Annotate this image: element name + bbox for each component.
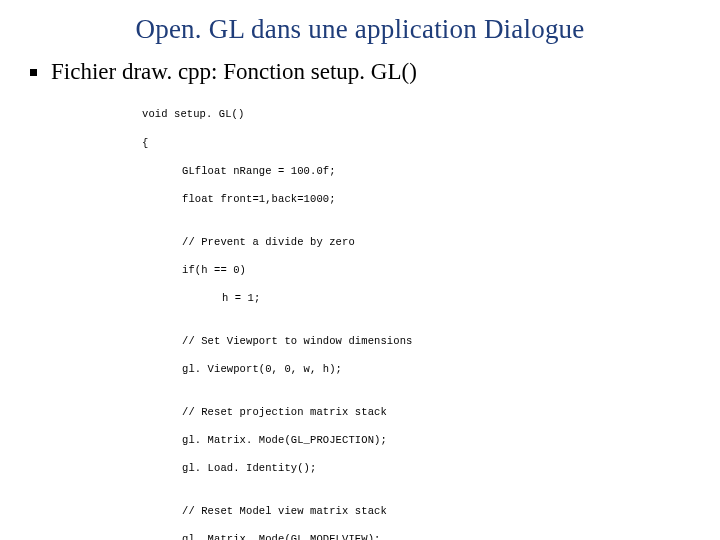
code-line: // Set Viewport to window dimensions: [142, 334, 696, 348]
code-block: void setup. GL() { GLfloat nRange = 100.…: [142, 93, 696, 540]
code-line: gl. Viewport(0, 0, w, h);: [142, 362, 696, 376]
bullet-dot-icon: [30, 69, 37, 76]
code-line: {: [142, 136, 696, 150]
code-line: gl. Matrix. Mode(GL_PROJECTION);: [142, 433, 696, 447]
code-line: gl. Load. Identity();: [142, 461, 696, 475]
code-line: GLfloat nRange = 100.0f;: [142, 164, 696, 178]
code-line: h = 1;: [142, 291, 696, 305]
code-line: // Reset Model view matrix stack: [142, 504, 696, 518]
code-line: void setup. GL(): [142, 107, 696, 121]
slide-title: Open. GL dans une application Dialogue: [24, 14, 696, 45]
code-line: // Prevent a divide by zero: [142, 235, 696, 249]
code-line: if(h == 0): [142, 263, 696, 277]
code-line: gl. Matrix. Mode(GL_MODELVIEW);: [142, 532, 696, 540]
bullet-item: Fichier draw. cpp: Fonction setup. GL(): [30, 59, 696, 85]
bullet-text: Fichier draw. cpp: Fonction setup. GL(): [51, 59, 417, 85]
code-line: // Reset projection matrix stack: [142, 405, 696, 419]
code-line: float front=1,back=1000;: [142, 192, 696, 206]
